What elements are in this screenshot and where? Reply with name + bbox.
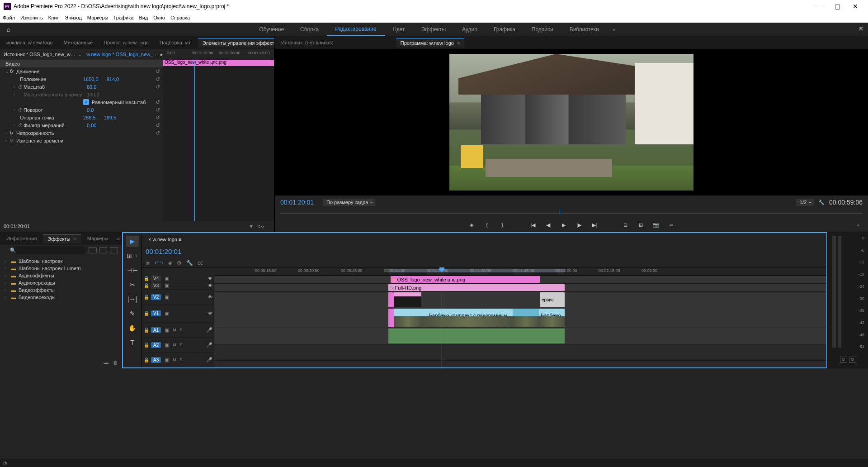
panel-menu-icon[interactable]: ≡	[72, 236, 76, 242]
reset-icon[interactable]: ↺	[156, 130, 160, 136]
type-tool[interactable]: T	[126, 337, 139, 348]
track-lane-v4[interactable]: fxOSS_logo_new_white цпс.png	[214, 276, 826, 284]
tab-clip-mixer[interactable]: иоклипа: w.new logo	[2, 38, 57, 47]
solo-right-button[interactable]: S	[849, 357, 856, 363]
mic-icon[interactable]: 🎤	[206, 342, 212, 348]
ec-sequence-link[interactable]: w.new logo * OSS_logo_new_white...	[86, 52, 159, 57]
cc-icon[interactable]: cc	[198, 260, 203, 266]
fx-folder-presets[interactable]: ›▬Шаблоны настроек	[0, 257, 122, 265]
tab-info[interactable]: Информация	[2, 234, 41, 243]
program-scrubber[interactable]	[280, 209, 863, 218]
track-select-tool[interactable]: ⊞→	[126, 250, 139, 261]
timeline-playhead[interactable]	[442, 267, 442, 367]
workspace-captions[interactable]: Подписи	[524, 23, 561, 36]
menu-view[interactable]: Вид	[139, 15, 148, 20]
menu-help[interactable]: Справка	[170, 15, 190, 20]
reset-icon[interactable]: ↺	[156, 68, 160, 75]
marker-btn-icon[interactable]: ◈	[168, 260, 172, 266]
ec-playhead[interactable]	[194, 60, 195, 221]
tab-program-monitor[interactable]: Программа: w.new logo ≡	[396, 38, 465, 48]
zoom-fit-dropdown[interactable]: По размеру кадра	[323, 199, 375, 206]
twirl-icon[interactable]: ›	[5, 131, 10, 135]
effects-search-input[interactable]	[13, 246, 86, 254]
reset-icon[interactable]: ↺	[156, 122, 160, 129]
anchor-x[interactable]: 288,5	[83, 115, 96, 120]
solo-left-button[interactable]: S	[840, 357, 847, 363]
lock-icon[interactable]: 🔓	[144, 283, 149, 288]
flicker-value[interactable]: 0,00	[87, 123, 96, 128]
reset-icon[interactable]: ↺	[156, 114, 160, 121]
settings-icon[interactable]: 🔧	[818, 200, 825, 205]
menu-window[interactable]: Окно	[153, 15, 165, 20]
track-lane-v2[interactable]: Экскл ервис	[214, 292, 826, 308]
stopwatch-icon[interactable]: ⏱	[18, 107, 24, 113]
delete-icon[interactable]: 🗑	[113, 360, 118, 365]
resolution-dropdown[interactable]: 1/2	[796, 199, 814, 206]
fx-badge-icon[interactable]: fx	[10, 130, 16, 135]
ec-ruler[interactable]: 0:00 00:01:15:00 00:01:30:00 00:01:45:00	[167, 51, 270, 58]
timeline-timecode[interactable]: 00:01:20:01	[146, 248, 181, 255]
play-only-icon[interactable]: ▸	[160, 52, 163, 57]
settings-icon[interactable]: ⚙	[177, 260, 182, 266]
twirl-icon[interactable]: ›	[14, 123, 18, 128]
workspace-color[interactable]: Цвет	[385, 23, 413, 36]
ec-keyframe-timeline[interactable]: OSS_logo_new_white цпс.png	[163, 60, 274, 221]
motion-effect[interactable]: Движение	[16, 69, 80, 74]
position-x[interactable]: 1650,0	[83, 76, 99, 82]
ec-timecode[interactable]: 00:01:20:01	[4, 224, 30, 229]
tab-metadata[interactable]: Метаданные	[59, 38, 97, 47]
clip-v4[interactable]: fxOSS_logo_new_white цпс.png	[391, 276, 540, 283]
uniform-scale-checkbox[interactable]: ✓	[83, 99, 89, 105]
fx-folder-video-fx[interactable]: ›▬Видеоэффекты	[0, 286, 122, 294]
workspace-audio[interactable]: Аудио	[454, 23, 486, 36]
track-header-a1[interactable]: 🔓A1▣MS🎤	[142, 323, 214, 338]
workspace-graphics[interactable]: Графика	[486, 23, 524, 36]
workspace-learn[interactable]: Обучение	[251, 23, 292, 36]
in-out-range[interactable]	[388, 269, 565, 272]
maximize-button[interactable]: ▢	[828, 0, 846, 13]
workspace-effects[interactable]: Эффекты	[413, 23, 454, 36]
lock-icon[interactable]: 🔓	[144, 311, 149, 316]
target-icon[interactable]: ▣	[165, 357, 169, 363]
tab-project[interactable]: Проект: w.new_logo	[99, 38, 153, 47]
keyframe-nav-icon[interactable]: ⊳₀	[258, 224, 264, 229]
export-icon[interactable]: ▫	[269, 224, 270, 229]
stopwatch-icon[interactable]: ⏱	[18, 84, 24, 90]
clip-v1-d[interactable]: Барбекю ко	[539, 309, 565, 327]
tabs-overflow-icon[interactable]: »	[117, 236, 120, 241]
clip-a1[interactable]	[388, 329, 565, 343]
track-lane-a3[interactable]	[214, 361, 826, 367]
timeline-ruler[interactable]: 00:00:15:00 00:00:30:00 00:00:45:00 00:0…	[214, 267, 826, 276]
lift-icon[interactable]: ⊟	[621, 222, 630, 228]
clip-v3[interactable]: fxFull-HD.png	[388, 284, 565, 291]
target-icon[interactable]: ▣	[165, 342, 169, 348]
hand-tool[interactable]: ✋	[126, 323, 139, 334]
slip-tool[interactable]: |↔|	[126, 294, 139, 305]
menu-edit[interactable]: Изменить	[20, 15, 43, 20]
linked-selection-icon[interactable]: ⊂⊃	[155, 260, 164, 266]
fx-folder-video-trans[interactable]: ›▬Видеопереходы	[0, 294, 122, 301]
stopwatch-icon[interactable]: ⏱	[18, 123, 24, 128]
button-editor-icon[interactable]: +	[854, 222, 863, 228]
rotation-value[interactable]: 0,0	[87, 107, 94, 113]
fx-folder-audio-fx[interactable]: ›▬Аудиоэффекты	[0, 272, 122, 279]
opacity-effect[interactable]: Непрозрачность	[16, 130, 80, 136]
yuv-badge-icon[interactable]	[110, 247, 118, 253]
workspace-libraries[interactable]: Библиотеки	[561, 23, 607, 36]
lock-icon[interactable]: 🔓	[144, 343, 149, 348]
twirl-icon[interactable]: ›	[14, 85, 18, 89]
workspace-assembly[interactable]: Сборка	[292, 23, 327, 36]
clip-v2-logo[interactable]: ервис	[540, 292, 565, 307]
clip-v2-title[interactable]: Экскл	[394, 292, 421, 307]
target-icon[interactable]: ▣	[165, 327, 169, 333]
clip-v2-gap[interactable]	[388, 292, 394, 307]
play-icon[interactable]: ▶	[559, 222, 568, 228]
track-lane-a2[interactable]	[214, 344, 826, 361]
mic-icon[interactable]: 🎤	[206, 357, 212, 363]
out-point-icon[interactable]: }	[498, 222, 507, 228]
snap-icon[interactable]: ※	[146, 260, 150, 266]
target-icon[interactable]: ▣	[165, 276, 169, 281]
target-icon[interactable]: ▣	[165, 294, 169, 300]
track-header-v2[interactable]: 🔓V2▣👁	[142, 290, 214, 305]
minimize-button[interactable]: —	[810, 0, 828, 13]
